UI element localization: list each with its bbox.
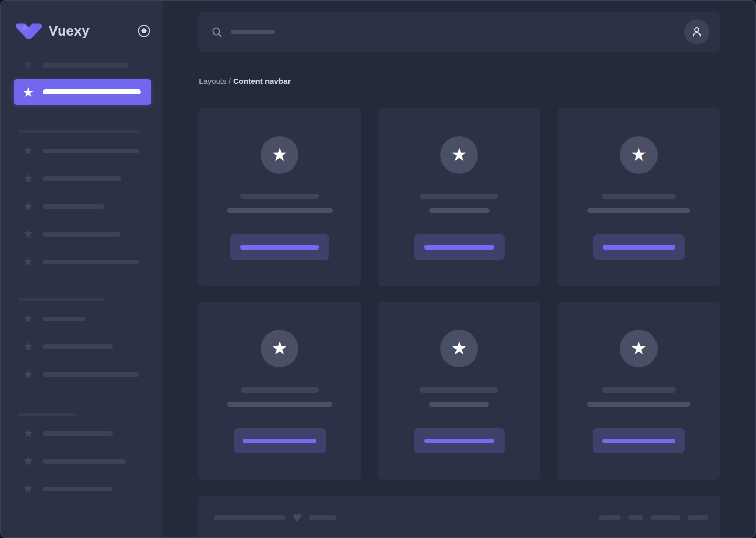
skeleton-card: ★ [558, 108, 720, 286]
person-icon [690, 25, 704, 39]
sidebar-item[interactable]: ★ [1, 339, 163, 354]
skeleton-card: ★ [378, 302, 540, 480]
breadcrumb: Layouts / Content navbar [199, 76, 720, 85]
footer-link-placeholder[interactable] [687, 515, 708, 520]
sidebar-item-label-placeholder [43, 63, 128, 68]
sidebar-item[interactable]: ★ [1, 171, 163, 186]
card-subtitle-placeholder [587, 208, 690, 213]
star-icon: ★ [22, 339, 35, 354]
card-avatar-circle: ★ [620, 136, 658, 174]
card-subtitle-placeholder [227, 402, 332, 407]
vuexy-logo-icon [16, 23, 42, 39]
sidebar-item[interactable]: ★ [1, 254, 163, 269]
search-input[interactable] [211, 26, 684, 38]
card-subtitle-placeholder [227, 208, 333, 213]
button-label-placeholder [243, 439, 316, 443]
sidebar-section-divider [18, 298, 104, 301]
star-icon: ★ [451, 339, 467, 358]
card-subtitle-placeholder [587, 402, 690, 407]
card-button-placeholder[interactable] [414, 428, 505, 453]
sidebar-item[interactable]: ★ [1, 199, 163, 214]
card-subtitle-placeholder [429, 402, 489, 407]
main-content: Layouts / Content navbar ★ ★ [163, 1, 755, 537]
star-icon: ★ [272, 145, 287, 165]
button-label-placeholder [240, 245, 319, 250]
star-icon: ★ [22, 227, 35, 241]
sidebar-item-label-placeholder [43, 372, 139, 377]
button-label-placeholder [424, 245, 494, 250]
button-label-placeholder [602, 439, 675, 443]
sidebar-item[interactable]: ★ [1, 426, 163, 441]
button-label-placeholder [603, 245, 675, 250]
app-title: Vuexy [49, 23, 90, 39]
card-title-placeholder [240, 194, 319, 199]
sidebar-item-label-placeholder [43, 431, 113, 436]
breadcrumb-parent[interactable]: Layouts [199, 76, 227, 85]
card-avatar-circle: ★ [440, 136, 478, 174]
breadcrumb-current: Content navbar [233, 76, 291, 85]
card-avatar-circle: ★ [440, 330, 478, 367]
star-icon: ★ [22, 199, 35, 214]
footer-links [599, 515, 708, 520]
skeleton-card: ★ [198, 302, 361, 480]
sidebar: Vuexy ★ ★ [1, 1, 163, 537]
star-icon: ★ [22, 254, 35, 269]
search-icon [211, 26, 223, 38]
top-navbar [198, 12, 720, 52]
skeleton-card: ★ [378, 108, 540, 286]
star-icon: ★ [22, 311, 35, 326]
card-title-placeholder [241, 387, 319, 393]
card-button-placeholder[interactable] [593, 234, 685, 260]
heart-icon: ♥ [293, 510, 302, 525]
sidebar-nav: ★ ★ ★ ★ [1, 43, 163, 509]
star-icon: ★ [22, 367, 35, 382]
footer-text-placeholder [214, 515, 285, 520]
footer-link-placeholder[interactable] [599, 515, 621, 520]
sidebar-item-label-placeholder [43, 89, 141, 94]
footer-card: ♥ [198, 496, 720, 538]
card-button-placeholder[interactable] [414, 234, 505, 260]
card-title-placeholder [420, 387, 498, 393]
card-button-placeholder[interactable] [234, 428, 326, 453]
footer-link-placeholder[interactable] [628, 515, 643, 520]
sidebar-item-label-placeholder [43, 317, 86, 321]
sidebar-item[interactable]: ★ [1, 143, 163, 158]
star-icon: ★ [22, 171, 35, 186]
sidebar-item[interactable]: ★ [1, 367, 163, 382]
sidebar-item-label-placeholder [43, 204, 104, 209]
sidebar-item-label-placeholder [43, 232, 120, 237]
star-icon: ★ [22, 143, 35, 158]
star-icon: ★ [631, 145, 647, 165]
footer-text-placeholder [309, 515, 336, 520]
skeleton-card: ★ [198, 108, 361, 286]
sidebar-item-label-placeholder [43, 344, 113, 349]
star-icon: ★ [22, 85, 35, 99]
sidebar-header: Vuexy [1, 1, 163, 43]
sidebar-item-label-placeholder [43, 176, 121, 181]
sidebar-item-label-placeholder [43, 487, 113, 491]
sidebar-item[interactable]: ★ [1, 481, 163, 496]
star-icon: ★ [272, 339, 287, 358]
sidebar-item-active[interactable]: ★ [14, 79, 151, 105]
sidebar-item[interactable]: ★ [1, 311, 163, 326]
menu-pin-toggle-icon[interactable] [137, 24, 151, 38]
card-title-placeholder [602, 387, 676, 393]
sidebar-item-label-placeholder [43, 260, 139, 264]
star-icon: ★ [22, 454, 35, 468]
sidebar-item[interactable]: ★ [1, 454, 163, 468]
button-label-placeholder [424, 439, 494, 443]
sidebar-item-label-placeholder [43, 459, 126, 464]
star-icon: ★ [22, 426, 35, 441]
star-icon: ★ [22, 58, 35, 72]
sidebar-item[interactable]: ★ [1, 58, 163, 72]
card-button-placeholder[interactable] [230, 234, 329, 260]
sidebar-item-label-placeholder [43, 149, 139, 153]
card-subtitle-placeholder [429, 208, 490, 213]
card-button-placeholder[interactable] [593, 428, 685, 453]
search-placeholder-bar [231, 30, 275, 34]
sidebar-section-divider [18, 413, 77, 416]
user-avatar[interactable] [684, 19, 709, 44]
star-icon: ★ [22, 481, 35, 496]
sidebar-item[interactable]: ★ [1, 227, 163, 241]
footer-link-placeholder[interactable] [651, 515, 680, 520]
